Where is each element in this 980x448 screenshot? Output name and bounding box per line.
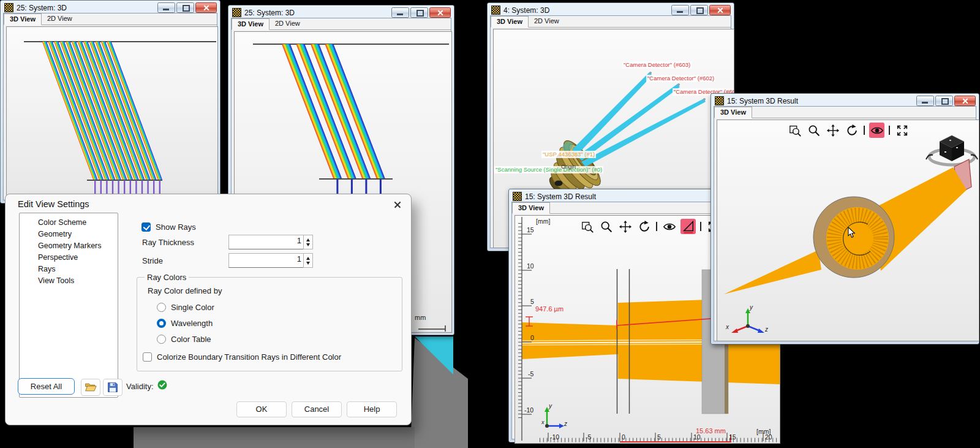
tab-2d-view[interactable]: 2D View: [42, 13, 78, 25]
titlebar[interactable]: 25: System: 3D: [4, 2, 217, 13]
radio-single-color-label[interactable]: Single Color: [171, 303, 214, 312]
beam-diameter-measurement: 947.6 µm: [535, 305, 564, 313]
tab-3d-view[interactable]: 3D View: [232, 18, 270, 30]
zoom-icon[interactable]: [598, 219, 614, 234]
list-item-view-tools[interactable]: View Tools: [20, 275, 118, 287]
tab-3d-view[interactable]: 3D View: [512, 202, 550, 214]
tab-3d-view[interactable]: 3D View: [714, 107, 752, 118]
radio-single-color[interactable]: [157, 303, 166, 312]
minimize-icon[interactable]: [671, 5, 689, 15]
close-icon[interactable]: [195, 2, 217, 13]
maximize-icon[interactable]: [690, 5, 708, 15]
help-button[interactable]: Help: [347, 401, 397, 417]
beam-3d-scene: [717, 120, 979, 341]
eye-icon[interactable]: [869, 123, 884, 138]
view-toolbar: [579, 218, 721, 235]
folder-open-icon: [85, 381, 97, 393]
pan-icon[interactable]: [825, 123, 840, 138]
ray-thickness-label: Ray Thickness: [142, 238, 194, 247]
minimize-icon[interactable]: [391, 7, 409, 18]
list-item-rays[interactable]: Rays: [20, 264, 118, 275]
radio-color-table[interactable]: [157, 335, 166, 344]
y-tick-label: 10: [527, 262, 534, 270]
maximize-icon[interactable]: [935, 96, 953, 106]
y-axis-unit: [mm]: [536, 218, 550, 225]
settings-category-list[interactable]: Color Scheme Geometry Geometry Markers P…: [19, 213, 118, 398]
close-icon[interactable]: [390, 198, 405, 211]
validity-check-icon: [157, 379, 168, 390]
label-lens-usp[interactable]: "USP 4436383" (#1): [541, 151, 596, 158]
eye-icon[interactable]: [662, 219, 677, 234]
tab-2d-view[interactable]: 2D View: [529, 16, 565, 27]
expand-icon[interactable]: [894, 123, 910, 138]
tab-2d-view[interactable]: 2D View: [270, 18, 306, 29]
ray-colors-group-title: Ray Colors: [145, 273, 189, 282]
label-camera-detector-603[interactable]: "Camera Detector" (#603): [622, 61, 692, 69]
x-tick-label: -10: [550, 433, 559, 441]
stride-stepper[interactable]: [303, 253, 313, 268]
ray-thickness-field[interactable]: 1: [228, 235, 306, 249]
y-tick-label: -10: [524, 406, 533, 414]
list-item-color-scheme[interactable]: Color Scheme: [20, 217, 118, 229]
ray-thickness-stepper[interactable]: [303, 235, 313, 249]
save-settings-button[interactable]: [103, 379, 123, 396]
window-system25-a: 25: System: 3D 3D View 2D View: [0, 0, 221, 203]
dialog-title: Edit View Settings: [18, 199, 89, 209]
axis-label-z: z: [765, 326, 768, 333]
window-result15-3d: 15: System 3D Result 3D View: [710, 93, 979, 344]
list-item-geometry[interactable]: Geometry: [20, 229, 118, 240]
zoom-region-icon[interactable]: [579, 219, 595, 234]
reset-all-button[interactable]: Reset All: [18, 378, 75, 395]
label-camera-detector-602[interactable]: "Camera Detector" (#602): [646, 75, 715, 82]
ray-color-defined-by-label: Ray Color defined by: [148, 286, 222, 295]
zoom-icon[interactable]: [806, 123, 821, 138]
show-rays-checkbox[interactable]: [141, 222, 151, 232]
scene-3d-canvas[interactable]: y x z: [717, 120, 979, 341]
tab-3d-view[interactable]: 3D View: [4, 13, 42, 25]
validity-label: Validity:: [126, 382, 154, 391]
close-icon[interactable]: [954, 96, 976, 106]
colorize-boundary-label: Colorize Boundary Transition Rays in Dif…: [157, 352, 341, 362]
cancel-button[interactable]: Cancel: [292, 401, 342, 417]
zoom-region-icon[interactable]: [787, 123, 802, 138]
ray-view-canvas[interactable]: [6, 26, 218, 202]
radio-wavelength[interactable]: [157, 319, 166, 328]
minimize-icon[interactable]: [157, 2, 175, 13]
view-tabs: 3D View 2D View: [232, 18, 451, 30]
ok-button[interactable]: OK: [236, 401, 287, 417]
titlebar[interactable]: 25: System: 3D: [232, 7, 451, 18]
rotate-icon[interactable]: [844, 123, 859, 138]
radio-wavelength-label[interactable]: Wavelength: [171, 319, 213, 328]
titlebar[interactable]: 15: System 3D Result: [715, 96, 976, 106]
load-settings-button[interactable]: [81, 379, 100, 396]
x-tick-label: -5: [586, 433, 591, 441]
y-tick-label: 15: [527, 226, 534, 233]
titlebar[interactable]: 4: System: 3D: [491, 5, 731, 15]
close-icon[interactable]: [429, 7, 451, 18]
y-tick-label: 0: [530, 334, 534, 341]
measure-icon[interactable]: [680, 219, 696, 234]
axis-label-y: y: [750, 304, 753, 311]
maximize-icon[interactable]: [176, 2, 194, 13]
y-tick-label: -5: [528, 370, 533, 378]
window-title: 25: System: 3D: [17, 4, 154, 12]
edit-view-settings-dialog: Edit View Settings Color Scheme Geometry…: [5, 194, 412, 425]
rotate-icon[interactable]: [636, 219, 652, 234]
label-origin: Origin: [560, 163, 577, 170]
lens-disc: [813, 197, 894, 278]
minimize-icon[interactable]: [916, 96, 934, 106]
x-tick-label: 0: [622, 433, 625, 441]
list-item-geometry-markers[interactable]: Geometry Markers: [20, 240, 118, 252]
list-item-perspective[interactable]: Perspective: [20, 252, 118, 264]
stride-field[interactable]: 1: [228, 253, 306, 268]
label-scanning-source[interactable]: "Scanning Source (Single Direction)" (#0…: [494, 166, 603, 173]
window-title: 25: System: 3D: [244, 9, 388, 17]
colorize-boundary-checkbox[interactable]: [143, 352, 152, 362]
close-icon[interactable]: [709, 5, 731, 15]
pan-icon[interactable]: [617, 219, 633, 234]
scale-unit-label: mm: [415, 314, 426, 321]
app-icon: [513, 192, 522, 201]
radio-color-table-label[interactable]: Color Table: [171, 335, 211, 344]
maximize-icon[interactable]: [410, 7, 428, 18]
tab-3d-view[interactable]: 3D View: [491, 16, 529, 28]
